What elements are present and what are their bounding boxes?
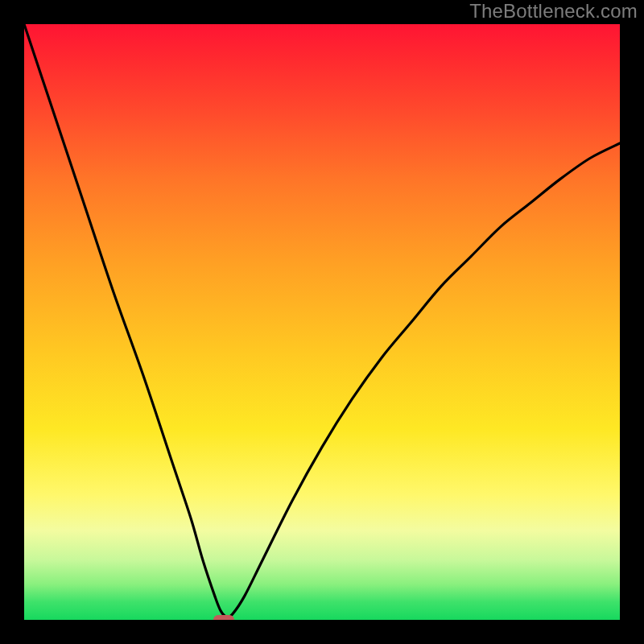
plot-area xyxy=(24,24,620,620)
watermark-text: TheBottleneck.com xyxy=(469,0,638,23)
bottleneck-marker xyxy=(213,615,234,620)
chart-frame: TheBottleneck.com xyxy=(0,0,644,644)
bottleneck-curve xyxy=(24,24,620,620)
